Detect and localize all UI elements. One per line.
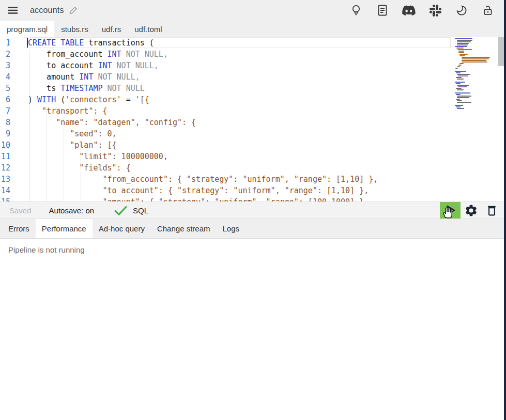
performance-panel: Pipeline is not running [0, 239, 506, 420]
line-number: 10 [0, 139, 10, 151]
minimap-row [456, 99, 460, 100]
tab-label: udf.rs [102, 25, 121, 34]
line-number: 1 [0, 37, 10, 49]
tab-label: Errors [8, 224, 29, 233]
code-line: 11 "limit": 100000000, [0, 151, 506, 162]
tab-program-sql[interactable]: program.sql [0, 21, 54, 37]
delete-pipeline-button[interactable] [481, 202, 502, 219]
code-line: 10 "plan": [{ [0, 139, 506, 151]
code-line: 2 from_account INT NOT NULL, [0, 49, 506, 60]
code-line: 7 "transport": { [0, 105, 506, 117]
code-line: 13 "from_account": { "strategy": "unifor… [0, 174, 506, 185]
rename-pipeline-button[interactable] [69, 6, 78, 15]
code-line: 4 amount INT NOT NULL, [0, 71, 506, 83]
code-line: 8 "name": "datagen", "config": { [0, 117, 506, 128]
minimap-row [456, 88, 462, 89]
line-number: 14 [0, 185, 10, 196]
lightbulb-icon [350, 4, 362, 17]
window-edge [504, 0, 506, 420]
theme-toggle-button[interactable] [455, 4, 468, 17]
minimap-row [455, 92, 470, 94]
minimap-row [457, 108, 464, 109]
tab-errors[interactable]: Errors [2, 219, 36, 238]
language-label: SQL [133, 206, 148, 215]
status-bar: Saved Autosave: on SQL [0, 201, 506, 219]
hints-button[interactable] [349, 4, 363, 17]
slack-icon [430, 5, 441, 17]
file-tab-bar: program.sql stubs.rs udf.rs udf.toml [0, 21, 506, 37]
line-number: 11 [0, 151, 10, 162]
line-number: 7 [0, 105, 10, 117]
minimap-row [457, 74, 470, 75]
save-status: Saved [9, 206, 32, 215]
minimap-row [456, 48, 464, 49]
start-pipeline-button[interactable] [440, 202, 461, 219]
minimap-row [458, 86, 467, 87]
minimap-row [457, 100, 462, 101]
top-bar: accounts [0, 0, 506, 21]
panel-tab-bar: Errors Performance Ad-hoc query Change s… [0, 219, 506, 239]
line-number: 5 [0, 83, 10, 94]
docs-button[interactable] [376, 4, 389, 17]
discord-button[interactable] [402, 4, 416, 17]
code-line: 9 "seed": 0, [0, 128, 506, 139]
tab-logs[interactable]: Logs [217, 219, 246, 238]
code-line: 5 ts TIMESTAMP NOT NULL [0, 83, 506, 94]
minimap-row [455, 82, 465, 83]
pipeline-settings-button[interactable] [461, 202, 481, 219]
minimap-row [459, 54, 468, 55]
minimap-row [457, 97, 469, 98]
code-line: 15 "amount": { "strategy": "uniform", "r… [0, 196, 506, 201]
tab-performance[interactable]: Performance [36, 219, 93, 238]
tab-label: Logs [223, 224, 240, 233]
auth-button[interactable] [481, 4, 495, 17]
line-number: 13 [0, 174, 10, 185]
code-line: 6) WITH ('connectors' = '[{ [0, 94, 506, 105]
scrollbar-thumb[interactable] [498, 37, 504, 66]
minimap-row [457, 44, 468, 45]
dark-mode-moon-icon [456, 5, 467, 17]
minimap-row [457, 41, 471, 42]
pipeline-status-message: Pipeline is not running [8, 245, 85, 254]
minimap-row [462, 60, 486, 61]
minimap-row [455, 38, 472, 39]
minimap-row [456, 94, 461, 95]
minimap-row [457, 96, 471, 97]
app-window: accounts [0, 0, 506, 420]
tab-label: program.sql [7, 25, 48, 34]
line-number: 9 [0, 128, 10, 139]
pipeline-name: accounts [30, 6, 64, 15]
minimap[interactable] [454, 38, 495, 110]
minimap-row [455, 105, 463, 106]
tab-label: udf.toml [134, 25, 162, 34]
minimap-row [457, 102, 471, 103]
minimap-row [457, 40, 472, 41]
minimap-row [458, 75, 468, 76]
unlocked-padlock-icon [482, 5, 494, 17]
tab-udf-toml[interactable]: udf.toml [128, 21, 168, 37]
line-number: 15 [0, 196, 10, 201]
minimap-row [458, 65, 462, 66]
slack-button[interactable] [428, 4, 442, 17]
run-play-icon [443, 204, 457, 217]
line-number: 6 [0, 94, 10, 105]
minimap-row [462, 58, 489, 59]
minimap-row [457, 66, 460, 67]
minimap-row [457, 43, 469, 44]
tab-label: Change stream [157, 224, 210, 233]
code-line: 14 "to_account": { "strategy": "uniform"… [0, 185, 506, 196]
tab-change-stream[interactable]: Change stream [151, 219, 217, 238]
tab-adhoc-query[interactable]: Ad-hoc query [93, 219, 151, 238]
tab-stubs-rs[interactable]: stubs.rs [54, 21, 95, 37]
minimap-row [456, 83, 461, 84]
minimap-row [457, 89, 464, 90]
autosave-status: Autosave: on [49, 206, 95, 215]
tab-label: stubs.rs [61, 25, 88, 34]
text-caret [27, 38, 28, 48]
code-editor[interactable]: 1CREATE TABLE transactions (2 from_accou… [0, 37, 506, 201]
minimap-row [462, 61, 487, 63]
code-line: 1CREATE TABLE transactions ( [0, 37, 506, 49]
menu-button[interactable] [3, 1, 23, 20]
line-number: 4 [0, 71, 10, 83]
tab-udf-rs[interactable]: udf.rs [95, 21, 128, 37]
